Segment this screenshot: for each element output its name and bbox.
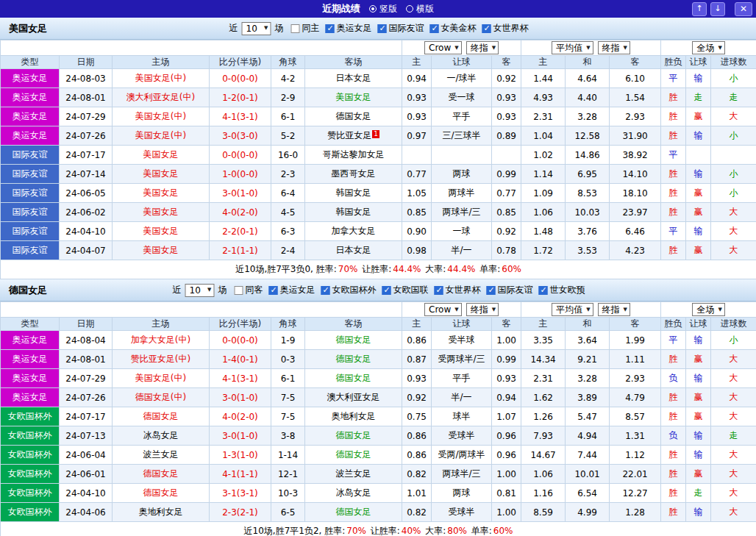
asian-odds-source-select[interactable]: Crow▼ (424, 41, 462, 54)
euro-odds-time-select[interactable]: 终指▼ (598, 303, 630, 316)
competition-label: 国际友谊 (498, 284, 533, 296)
euro-odds-source-select-value: 平均值 (556, 42, 582, 54)
dropdown-caret-icon: ▼ (718, 307, 721, 312)
competition-checkbox[interactable] (487, 286, 496, 295)
euro-odds-source-select[interactable]: 平均值▼ (552, 303, 593, 316)
games-count-select[interactable]: 10▼ (185, 284, 215, 297)
goals-flag: 大 (711, 222, 756, 241)
summary-segment: 60% (502, 264, 521, 274)
ah-home-odds: 1.01 (402, 484, 432, 503)
summary-segment: 40% (402, 526, 421, 536)
competition-filter[interactable]: 女欧国联 (382, 284, 429, 296)
eu-away-odds: 1.28 (610, 503, 661, 522)
competition-checkbox[interactable] (326, 24, 335, 33)
layout-option-vertical[interactable]: 竖版 (369, 3, 397, 15)
competition-checkbox[interactable] (430, 24, 439, 33)
eu-home-odds: 1.09 (521, 184, 566, 203)
scope-select[interactable]: 全场▼ (692, 41, 724, 54)
match-date: 24-08-01 (60, 350, 113, 369)
away-team: 美国女足 (305, 88, 402, 107)
scroll-down-button[interactable]: ↓ (710, 2, 725, 16)
corner-score: 2-3 (271, 165, 305, 184)
competition-checkbox[interactable] (269, 286, 278, 295)
match-date: 24-06-05 (60, 184, 113, 203)
competition-checkbox[interactable] (435, 286, 443, 295)
euro-odds-time-select-value: 终指 (602, 42, 620, 54)
home-team: 美国女足 (113, 146, 210, 165)
ah-away-odds: 0.85 (492, 203, 521, 222)
handicap-flag: 赢 (686, 465, 711, 484)
layout-option-horizontal[interactable]: 横版 (406, 3, 434, 15)
corner-score: 2-9 (271, 88, 305, 107)
euro-odds-source-select[interactable]: 平均值▼ (552, 41, 593, 54)
same-venue-filter[interactable]: 同客 (235, 284, 263, 296)
away-team-name: 加拿大女足 (332, 226, 376, 236)
match-type-cell: 奥运女足 (1, 69, 60, 88)
competition-filter[interactable]: 国际友谊 (487, 284, 533, 296)
eu-home-odds: 1.14 (521, 165, 566, 184)
close-button[interactable]: ✕ (735, 2, 752, 16)
competition-filter[interactable]: 女世界杯 (435, 284, 481, 296)
match-type-cell: 国际友谊 (1, 165, 60, 184)
column-header: 客 (492, 318, 521, 331)
same-venue-checkbox[interactable] (291, 24, 300, 33)
result-flag: 胜 (661, 446, 686, 465)
competition-filter[interactable]: 女世界杯 (482, 22, 529, 35)
eu-away-odds: 22.01 (610, 465, 661, 484)
summary-segment: 44.4% (393, 264, 421, 274)
same-venue-checkbox[interactable] (235, 286, 243, 295)
asian-odds-time-select[interactable]: 终指▼ (466, 41, 499, 54)
eu-away-odds: 8.57 (610, 407, 661, 426)
score: 3-0(1-0) (210, 388, 271, 407)
handicap-flag (686, 146, 711, 165)
scope-select[interactable]: 全场▼ (692, 303, 724, 316)
goals-flag: 大 (711, 446, 756, 465)
score: 1-4(0-1) (210, 350, 271, 369)
match-type-cell: 国际友谊 (1, 241, 60, 260)
asian-odds-source-select-value: Crow (429, 304, 451, 315)
eu-home-odds: 1.62 (521, 388, 566, 407)
competition-checkbox[interactable] (321, 286, 330, 295)
odds-selects-row: Crow▼终指▼平均值▼终指▼全场▼ (1, 302, 756, 318)
competition-filter[interactable]: 女欧国杯外 (321, 284, 377, 296)
asian-odds-source-select[interactable]: Crow▼ (424, 303, 462, 316)
asian-odds-time-select[interactable]: 终指▼ (466, 303, 499, 316)
competition-filter[interactable]: 国际友谊 (378, 22, 424, 35)
eu-home-odds: 1.04 (521, 126, 566, 146)
same-venue-filter[interactable]: 同主 (291, 22, 320, 35)
match-type-cell: 女欧国杯外 (1, 407, 60, 426)
column-header: 主 (402, 56, 432, 69)
eu-away-odds: 1.99 (610, 331, 661, 350)
column-header: 主 (402, 318, 432, 331)
euro-odds-time-select[interactable]: 终指▼ (598, 41, 630, 54)
score: 3-0(1-0) (210, 426, 271, 446)
scroll-up-button[interactable]: ↑ (692, 2, 707, 16)
column-header: 胜负 (661, 56, 686, 69)
odds-selects-row: Crow▼终指▼平均值▼终指▼全场▼ (1, 40, 756, 56)
ah-home-odds: 0.85 (402, 203, 432, 222)
away-team: 墨西哥女足 (305, 165, 402, 184)
games-count-select[interactable]: 10▼ (242, 22, 271, 35)
competition-filter[interactable]: 奥运女足 (269, 284, 315, 296)
competition-checkbox[interactable] (378, 24, 387, 33)
match-type-cell: 奥运女足 (1, 350, 60, 369)
eu-draw-odds: 4.99 (566, 503, 610, 522)
ah-handicap-line: 平手 (432, 369, 492, 388)
competition-filter[interactable]: 奥运女足 (326, 22, 372, 35)
match-row: 国际友谊24-06-02美国女足4-0(2-0)4-5韩国女足0.85两球半/三… (1, 203, 756, 222)
eu-away-odds: 31.90 (610, 126, 661, 146)
competition-checkbox[interactable] (382, 286, 391, 295)
away-team-name: 德国女足 (336, 111, 371, 121)
score: 4-0(2-0) (210, 203, 271, 222)
competition-checkbox[interactable] (539, 286, 548, 295)
score: 4-0(2-0) (210, 407, 271, 426)
competition-filter[interactable]: 女美金杯 (430, 22, 477, 35)
home-team: 赞比亚女足(中) (113, 350, 210, 369)
ah-handicap-line: 两球 (432, 165, 492, 184)
competition-filter[interactable]: 世女欧预 (539, 284, 585, 296)
summary-segment: 大率: (422, 264, 446, 274)
eu-home-odds: 14.67 (521, 446, 566, 465)
column-header: 客场 (305, 318, 402, 331)
goals-flag: 大 (711, 503, 756, 522)
competition-checkbox[interactable] (482, 24, 491, 33)
